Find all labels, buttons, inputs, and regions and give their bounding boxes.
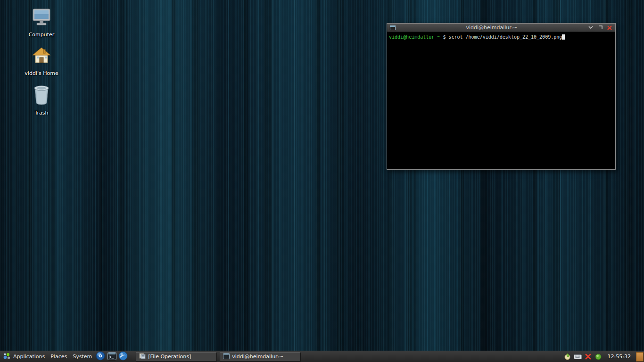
- maximize-icon: [598, 25, 603, 30]
- terminal-icon: [107, 352, 116, 362]
- distro-logo-icon: [3, 352, 11, 362]
- close-icon: [607, 25, 612, 30]
- terminal-command: scrot /home/viddi/desktop_22_10_2009.png: [448, 34, 562, 40]
- browser-launcher[interactable]: [95, 351, 106, 362]
- menu-places-label: Places: [50, 354, 67, 360]
- terminal-title: viddi@heimdallur:~: [398, 24, 585, 32]
- computer-icon: [20, 8, 63, 30]
- desktop-icon-label: Trash: [20, 110, 63, 116]
- menu-applications[interactable]: Applications: [0, 351, 48, 362]
- system-tray: 12:55:32: [563, 352, 644, 362]
- blue-sphere-browser-icon: [118, 351, 128, 362]
- terminal-window-icon: [389, 25, 396, 31]
- desktop-icon-label: Computer: [20, 32, 63, 38]
- terminal-icon: [223, 353, 230, 361]
- close-button[interactable]: [606, 25, 613, 31]
- file-operations-icon: [139, 353, 146, 361]
- terminal-window: viddi@heimdallur:~ viddi@heimdallur ~ $ …: [387, 23, 616, 170]
- panel-clock[interactable]: 12:55:32: [605, 354, 634, 360]
- pager-applet[interactable]: [636, 352, 644, 362]
- update-notifier-icon[interactable]: [563, 353, 571, 361]
- menu-system-label: System: [73, 354, 92, 360]
- keyboard-indicator-icon[interactable]: [574, 353, 582, 361]
- task-terminal[interactable]: viddi@heimdallur:~: [220, 352, 301, 362]
- task-file-operations[interactable]: [File Operations]: [136, 352, 217, 362]
- desktop-icon-home[interactable]: viddi's Home: [20, 46, 63, 76]
- terminal-launcher[interactable]: [106, 351, 117, 362]
- trash-icon: [20, 84, 63, 108]
- bottom-panel: Applications Places System: [0, 351, 644, 362]
- terminal-titlebar[interactable]: viddi@heimdallur:~: [387, 24, 615, 32]
- shade-button[interactable]: [587, 25, 594, 31]
- desktop-icon-computer[interactable]: Computer: [20, 8, 63, 38]
- alert-x-icon[interactable]: [584, 353, 592, 361]
- terminal-line: viddi@heimdallur ~ $ scrot /home/viddi/d…: [389, 34, 613, 40]
- globe-browser-icon: [96, 351, 105, 362]
- task-label: viddi@heimdallur:~: [232, 354, 283, 360]
- terminal-prompt-symbol: $: [443, 34, 448, 40]
- status-orb-icon[interactable]: [594, 353, 603, 361]
- menu-places[interactable]: Places: [48, 351, 70, 362]
- browser2-launcher[interactable]: [117, 351, 129, 362]
- menu-system[interactable]: System: [70, 351, 95, 362]
- terminal-cursor: [562, 34, 565, 40]
- terminal-body[interactable]: viddi@heimdallur ~ $ scrot /home/viddi/d…: [387, 33, 615, 169]
- desktop-icon-label: viddi's Home: [20, 70, 63, 76]
- chevron-down-icon: [588, 26, 593, 29]
- desktop-icon-trash[interactable]: Trash: [20, 84, 63, 116]
- home-icon: [20, 46, 63, 69]
- window-list: [File Operations] viddi@heimdallur:~: [134, 352, 302, 362]
- maximize-button[interactable]: [596, 25, 604, 31]
- terminal-prompt: viddi@heimdallur ~: [389, 34, 443, 40]
- task-label: [File Operations]: [148, 354, 191, 360]
- menu-applications-label: Applications: [13, 354, 45, 360]
